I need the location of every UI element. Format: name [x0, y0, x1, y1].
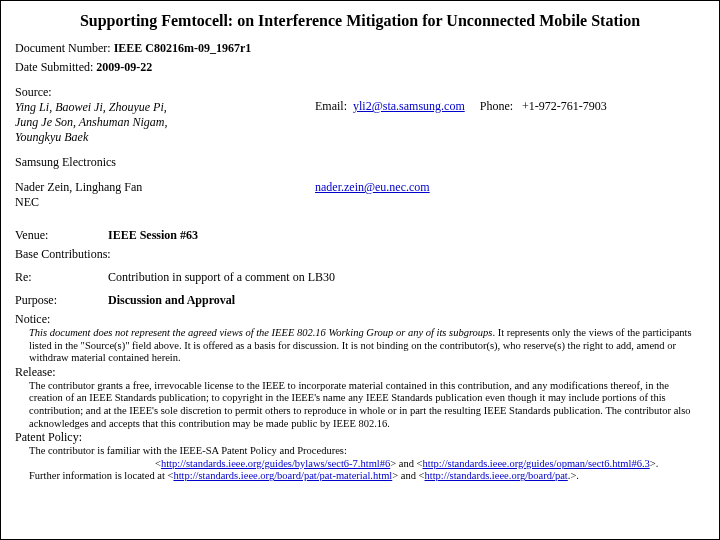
patent-period-3: . [576, 470, 579, 481]
source-email-link[interactable]: yli2@sta.samsung.com [353, 99, 465, 113]
purpose-label: Purpose: [15, 293, 105, 308]
patent-link-1[interactable]: http://standards.ieee.org/guides/bylaws/… [161, 458, 390, 469]
notice-text: This document does not represent the agr… [15, 327, 705, 365]
doc-number-label: Document Number: [15, 41, 111, 55]
patent-link-4[interactable]: http://standards.ieee.org/board/pat [425, 470, 568, 481]
purpose-value: Discussion and Approval [108, 293, 235, 307]
basecon-row: Base Contributions: [15, 247, 705, 262]
re-label: Re: [15, 270, 105, 285]
patent-links-1: <http://standards.ieee.org/guides/bylaws… [15, 458, 705, 471]
email-label: Email: [315, 99, 347, 113]
source-names-2: Jung Je Son, Anshuman Nigam, [15, 115, 315, 130]
venue-label: Venue: [15, 228, 105, 243]
venue-row: Venue: IEEE Session #63 [15, 228, 705, 243]
patent-line1: The contributor is familiar with the IEE… [15, 445, 705, 458]
purpose-row: Purpose: Discussion and Approval [15, 293, 705, 308]
re-value: Contribution in support of a comment on … [108, 270, 335, 284]
doc-number-value: IEEE C80216m-09_1967r1 [114, 41, 252, 55]
patent-line2-prefix: Further information is located at [29, 470, 168, 481]
source-names-1: Ying Li, Baowei Ji, Zhouyue Pi, [15, 100, 315, 115]
source2-block: Nader Zein, Linghang Fan NEC nader.zein@… [15, 180, 705, 210]
release-text: The contributor grants a free, irrevocab… [15, 380, 705, 430]
patent-link-3[interactable]: http://standards.ieee.org/board/pat/pat-… [173, 470, 392, 481]
basecon-label: Base Contributions: [15, 247, 111, 261]
source-block: Source: Ying Li, Baowei Ji, Zhouyue Pi, … [15, 85, 705, 145]
patent-and: and [396, 458, 416, 469]
notice-label: Notice: [15, 312, 705, 327]
date-value: 2009-09-22 [96, 60, 152, 74]
source-label: Source: [15, 85, 315, 100]
source2-email-link[interactable]: nader.zein@eu.nec.com [315, 180, 430, 194]
phone-value: +1-972-761-7903 [522, 99, 607, 113]
re-row: Re: Contribution in support of a comment… [15, 270, 705, 285]
source2-org: NEC [15, 195, 315, 210]
venue-value: IEEE Session #63 [108, 228, 198, 242]
patent-label: Patent Policy: [15, 430, 705, 445]
patent-link-2[interactable]: http://standards.ieee.org/guides/opman/s… [423, 458, 650, 469]
date-label: Date Submitted: [15, 60, 93, 74]
source-names-3: Youngkyu Baek [15, 130, 315, 145]
patent-links-2: Further information is located at <http:… [15, 470, 705, 483]
notice-text-italic: This document does not represent the agr… [29, 327, 492, 338]
patent-and-2: and [398, 470, 418, 481]
company-1: Samsung Electronics [15, 155, 705, 170]
phone-label: Phone: [480, 99, 513, 113]
release-label: Release: [15, 365, 705, 380]
source2-names: Nader Zein, Linghang Fan [15, 180, 315, 195]
doc-number-row: Document Number: IEEE C80216m-09_1967r1 [15, 41, 705, 56]
patent-period-1: . [656, 458, 659, 469]
page-title: Supporting Femtocell: on Interference Mi… [15, 11, 705, 31]
date-row: Date Submitted: 2009-09-22 [15, 60, 705, 75]
